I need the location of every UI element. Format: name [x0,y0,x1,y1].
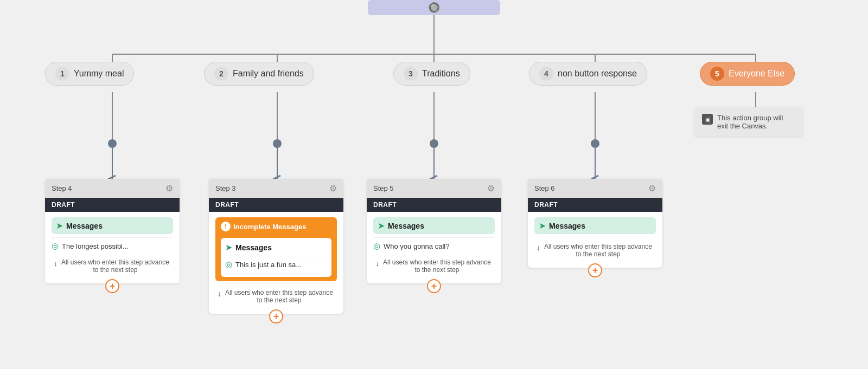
step-6-add-button[interactable]: + [588,263,602,277]
step-5-whatsapp-icon: ◎ [373,241,380,251]
step-5-send-icon: ➤ [378,221,385,231]
step-card-6: Step 6 ⚙ DRAFT ➤ Messages ↓ All users wh… [528,179,662,268]
step-6-gear[interactable]: ⚙ [648,183,656,193]
step-3-whatsapp-text: This is just a fun sa... [235,261,302,269]
branch-num-2: 2 [214,67,228,81]
step-4-whatsapp-icon: ◎ [52,241,59,251]
step-4-send-icon: ➤ [56,221,63,231]
step-card-3: Step 3 ⚙ DRAFT ! Incomplete Messages ➤ M… [209,179,343,314]
branch-label-4: non button response [558,69,637,79]
step-4-label: Step 4 [52,184,72,192]
step-5-whatsapp-text: Who you gonna call? [384,242,449,250]
step-5-draft: DRAFT [367,198,501,212]
step-5-advance-text: ↓ All users who enter this step advance … [373,254,495,278]
step-5-whatsapp-row[interactable]: ◎ Who you gonna call? [373,237,495,254]
svg-point-17 [591,139,599,148]
step-card-4: Step 4 ⚙ DRAFT ➤ Messages ◎ The longest … [45,179,180,283]
step-6-advance-text: ↓ All users who enter this step advance … [534,238,656,262]
svg-point-14 [430,139,438,148]
step-3-incomplete-row[interactable]: ! Incomplete Messages ➤ Messages ◎ This … [215,217,337,281]
step-5-body: ➤ Messages ◎ Who you gonna call? ↓ All u… [367,212,501,283]
step-6-messages-row[interactable]: ➤ Messages [534,217,656,234]
step-4-add-button[interactable]: + [105,279,119,293]
step-5-gear[interactable]: ⚙ [487,183,495,193]
step-3-messages-label: Messages [235,243,272,252]
step-3-label: Step 3 [215,184,236,192]
step-6-send-icon: ➤ [539,221,546,231]
branch-num-4: 4 [539,67,553,81]
branch-pill-4[interactable]: 4 non button response [529,62,647,86]
step-3-gear[interactable]: ⚙ [329,183,337,193]
step-3-advance-text: ↓ All users who enter this step advance … [215,284,337,308]
step-6-body: ➤ Messages ↓ All users who enter this st… [528,212,662,268]
step-card-6-header: Step 6 ⚙ [528,179,662,198]
branch-label-3: Traditions [422,69,460,79]
branch-pill-5[interactable]: 5 Everyone Else [700,62,795,86]
branch-label-1: Yummy meal [74,69,124,79]
exit-canvas-box: ▣ This action group will exit the Canvas… [694,107,803,137]
branch-pill-3[interactable]: 3 Traditions [393,62,470,86]
step-3-advance-label: All users who enter this step advance to… [224,289,335,304]
step-3-inner-card: ➤ Messages ◎ This is just a fun sa... [221,238,331,277]
svg-point-8 [108,139,117,148]
step-4-advance-text: ↓ All users who enter this step advance … [52,254,173,278]
step-3-add-button[interactable]: + [269,309,283,323]
step-5-arrow-icon: ↓ [375,259,379,268]
canvas: 🔘 1 Yummy meal 2 Family and friends 3 Tr… [0,0,868,369]
svg-point-11 [273,139,282,148]
step-3-warn-icon: ! [221,222,231,231]
step-6-label: Step 6 [534,184,555,192]
step-card-5-header: Step 5 ⚙ [367,179,501,198]
branch-pill-1[interactable]: 1 Yummy meal [45,62,134,86]
step-4-body: ➤ Messages ◎ The longest possibl... ↓ Al… [45,212,180,283]
exit-icon: ▣ [702,114,713,125]
step-4-gear[interactable]: ⚙ [165,183,173,193]
step-5-messages-row[interactable]: ➤ Messages [373,217,495,234]
step-card-4-header: Step 4 ⚙ [45,179,180,198]
branch-pill-2[interactable]: 2 Family and friends [204,62,314,86]
step-4-draft: DRAFT [45,198,180,212]
step-3-body: ! Incomplete Messages ➤ Messages ◎ This … [209,212,343,314]
step-4-arrow-icon: ↓ [54,259,58,268]
branch-num-1: 1 [55,67,69,81]
step-3-draft: DRAFT [209,198,343,212]
step-card-5: Step 5 ⚙ DRAFT ➤ Messages ◎ Who you gonn… [367,179,501,283]
step-5-label: Step 5 [373,184,394,192]
step-4-messages-label: Messages [66,222,103,230]
top-node[interactable]: 🔘 [368,0,500,15]
step-4-advance-label: All users who enter this step advance to… [60,258,171,274]
branch-num-5: 5 [710,67,724,81]
step-3-whatsapp-icon: ◎ [225,260,232,269]
step-3-arrow-icon: ↓ [218,289,221,298]
exit-text: This action group will exit the Canvas. [717,114,795,130]
step-5-advance-label: All users who enter this step advance to… [381,258,493,274]
step-3-send-icon: ➤ [225,242,232,253]
step-3-inner-messages-row[interactable]: ➤ Messages [225,242,327,253]
step-6-draft: DRAFT [528,198,662,212]
branch-num-3: 3 [404,67,418,81]
step-3-whatsapp-row[interactable]: ◎ This is just a fun sa... [225,256,327,273]
step-6-arrow-icon: ↓ [537,243,540,252]
branch-label-5: Everyone Else [729,69,784,79]
step-6-messages-label: Messages [549,222,585,230]
step-card-3-header: Step 3 ⚙ [209,179,343,198]
step-3-incomplete-label: ! Incomplete Messages [221,222,306,231]
branch-label-2: Family and friends [233,69,304,79]
step-5-add-button[interactable]: + [427,279,441,293]
step-4-whatsapp-row[interactable]: ◎ The longest possibl... [52,237,173,254]
step-4-whatsapp-text: The longest possibl... [62,242,129,250]
step-4-messages-row[interactable]: ➤ Messages [52,217,173,234]
step-5-messages-label: Messages [388,222,424,230]
step-6-advance-label: All users who enter this step advance to… [542,243,654,258]
